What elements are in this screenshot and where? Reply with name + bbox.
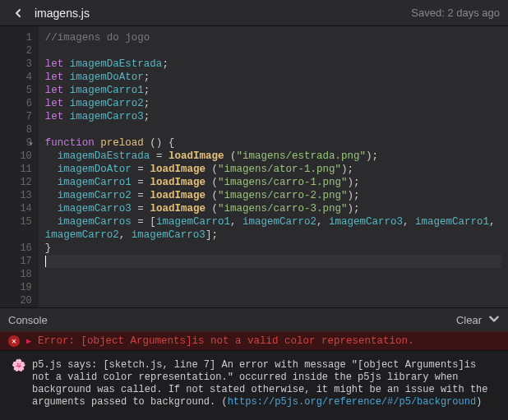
code-line[interactable] xyxy=(45,268,501,281)
code-line[interactable]: let imagemCarro3; xyxy=(45,110,501,123)
code-line[interactable]: imagemDoAtor = loadImage ("imagens/ator-… xyxy=(45,163,501,176)
code-line[interactable]: imagemCarro1 = loadImage ("imagens/carro… xyxy=(45,176,501,189)
chevron-left-icon xyxy=(13,8,23,18)
code-editor[interactable]: 123456789▾101112131415161718192021 //ima… xyxy=(0,26,508,307)
code-line[interactable]: function preload () { xyxy=(45,136,501,150)
gutter-line: 5 xyxy=(3,84,32,97)
gutter-line: 20 xyxy=(3,294,32,307)
gutter-line: 12 xyxy=(3,176,32,189)
error-text: Error: [object Arguments]is not a valid … xyxy=(38,335,414,347)
code-line[interactable]: imagemDaEstrada = loadImage ("imagens/es… xyxy=(45,150,501,163)
code-line[interactable] xyxy=(45,281,501,294)
play-icon: ▶ xyxy=(26,336,31,346)
console-collapse-button[interactable] xyxy=(488,313,500,327)
gutter-line: 13 xyxy=(3,189,32,202)
gutter-line: 18 xyxy=(3,268,32,281)
code-line[interactable]: let imagemDoAtor; xyxy=(45,71,501,84)
error-bar[interactable]: ✕ ▶ Error: [object Arguments]is not a va… xyxy=(0,331,508,351)
code-line[interactable]: } xyxy=(45,242,501,255)
gutter-line: 15 xyxy=(3,215,32,228)
error-icon: ✕ xyxy=(8,335,20,347)
code-line[interactable] xyxy=(45,44,501,58)
gutter-line: 17 xyxy=(3,255,32,268)
gutter-line: 9▾ xyxy=(3,136,32,150)
chevron-down-icon xyxy=(488,313,500,325)
gutter-line: 1 xyxy=(3,31,32,44)
editor-header: imagens.js Saved: 2 days ago xyxy=(0,0,508,26)
gutter-line: 3 xyxy=(3,58,32,71)
gutter-line: 19 xyxy=(3,281,32,294)
code-area[interactable]: //imagens do jogolet imagemDaEstrada;let… xyxy=(39,26,508,307)
reference-link[interactable]: https://p5js.org/reference/#/p5/backgrou… xyxy=(228,396,476,408)
code-line[interactable]: let imagemCarro2; xyxy=(45,97,501,110)
code-line[interactable] xyxy=(45,123,501,136)
console-message-text: p5.js says: [sketch.js, line 7] An error… xyxy=(32,359,496,408)
console-header: Console Clear xyxy=(0,308,508,331)
gutter-line: 4 xyxy=(3,71,32,84)
flower-icon: 🌸 xyxy=(12,360,25,372)
code-line[interactable]: imagemCarro3 = loadImage ("imagens/carro… xyxy=(45,202,501,215)
filename-label: imagens.js xyxy=(35,7,411,20)
gutter-line: 10 xyxy=(3,150,32,163)
code-line[interactable] xyxy=(45,294,501,307)
gutter-line: 6 xyxy=(3,97,32,110)
saved-status: Saved: 2 days ago xyxy=(411,7,500,19)
code-line[interactable] xyxy=(45,255,501,268)
console-message: 🌸 p5.js says: [sketch.js, line 7] An err… xyxy=(12,359,496,408)
gutter-line: 8 xyxy=(3,123,32,136)
code-line[interactable]: //imagens do jogo xyxy=(45,31,501,44)
code-line[interactable]: imagemCarros = [imagemCarro1, imagemCarr… xyxy=(45,215,501,228)
code-line[interactable]: let imagemDaEstrada; xyxy=(45,58,501,71)
gutter-line: 11 xyxy=(3,163,32,176)
code-line[interactable]: imagemCarro2 = loadImage ("imagens/carro… xyxy=(45,189,501,202)
clear-button[interactable]: Clear xyxy=(456,314,482,326)
line-gutter: 123456789▾101112131415161718192021 xyxy=(0,26,39,307)
console-body: 🌸 p5.js says: [sketch.js, line 7] An err… xyxy=(0,351,508,420)
gutter-line: 2 xyxy=(3,44,32,58)
gutter-line: 14 xyxy=(3,202,32,215)
console-title: Console xyxy=(8,314,456,326)
console-panel: Console Clear ✕ ▶ Error: [object Argumen… xyxy=(0,307,508,420)
gutter-line: 7 xyxy=(3,110,32,123)
gutter-line xyxy=(3,228,32,242)
code-line[interactable]: let imagemCarro1; xyxy=(45,84,501,97)
code-line[interactable]: imagemCarro2, imagemCarro3]; xyxy=(45,228,501,242)
gutter-line: 16 xyxy=(3,242,32,255)
back-button[interactable] xyxy=(8,3,28,23)
text-cursor xyxy=(45,256,46,267)
